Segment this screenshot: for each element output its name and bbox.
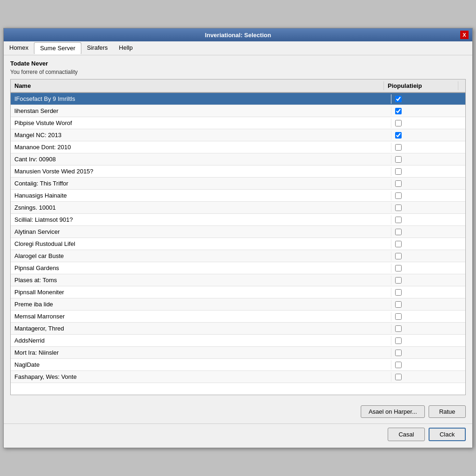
row-checkbox[interactable] <box>395 205 402 211</box>
row-name-cell: Memsal Marronser <box>11 311 391 321</box>
menu-item-sume-server[interactable]: Sume Server <box>34 42 81 54</box>
row-checkbox-cell[interactable] <box>391 276 465 285</box>
table-row[interactable]: AddsNerrid <box>11 335 465 347</box>
table-row[interactable]: Contaiig: This Triffor <box>11 178 465 190</box>
row-checkbox[interactable] <box>395 168 402 175</box>
menu-item-homex[interactable]: Homex <box>4 42 34 54</box>
row-checkbox[interactable] <box>395 325 402 332</box>
row-checkbox-cell[interactable] <box>391 215 465 225</box>
row-checkbox[interactable] <box>395 96 402 102</box>
footer-buttons: Casal Clack <box>4 423 472 448</box>
table-row[interactable]: Pipnsall Moneniter <box>11 286 465 298</box>
row-checkbox[interactable] <box>395 374 402 380</box>
title-bar: Inveriational: Selection X <box>4 28 472 41</box>
menu-item-hellp[interactable]: Hellp <box>113 42 139 54</box>
table-row[interactable]: Plases at: Toms <box>11 274 465 286</box>
table-row[interactable]: Mort Ira: Niinsler <box>11 347 465 359</box>
row-name-cell: Manusien Vorste Wied 2015? <box>11 166 391 176</box>
row-checkbox[interactable] <box>395 120 402 126</box>
row-checkbox[interactable] <box>395 253 402 259</box>
row-name-cell: Cloregi Rustodual Lifel <box>11 239 391 249</box>
table-row[interactable]: Alytinan Servicer <box>11 226 465 238</box>
table-row[interactable]: Zsnings. 10001 <box>11 202 465 214</box>
table-row[interactable]: Fashapary, Wes: Vonte <box>11 371 465 383</box>
table-row[interactable]: Cloregi Rustodual Lifel <box>11 238 465 250</box>
table-row[interactable]: NaglDate <box>11 359 465 371</box>
row-checkbox[interactable] <box>395 108 402 114</box>
row-name-cell: Pibpise Vistute Worof <box>11 118 391 128</box>
row-checkbox-cell[interactable] <box>391 94 465 104</box>
row-name-cell: Preme iba lide <box>11 299 391 309</box>
table-row[interactable]: Pibpise Vistute Worof <box>11 117 465 129</box>
row-name-cell: Mananoe Dont: 2010 <box>11 142 391 152</box>
table-row[interactable]: IFocsefact By 9 Imriltls <box>11 93 465 105</box>
table-row[interactable]: Mantageror, Thred <box>11 323 465 335</box>
row-checkbox-cell[interactable] <box>391 360 465 370</box>
row-name-cell: Pipnsall Moneniter <box>11 287 391 297</box>
ratue-button[interactable]: Ratue <box>429 405 466 418</box>
row-checkbox-cell[interactable] <box>391 336 465 345</box>
row-checkbox-cell[interactable] <box>391 119 465 128</box>
row-checkbox[interactable] <box>395 289 402 296</box>
row-checkbox-cell[interactable] <box>391 312 465 321</box>
row-checkbox[interactable] <box>395 241 402 247</box>
table-body[interactable]: IFocsefact By 9 Imriltlslihenstan Serder… <box>11 93 465 395</box>
table-row[interactable]: Mangel NC: 2013 <box>11 129 465 141</box>
section-title: Todate Never <box>10 60 466 67</box>
row-checkbox[interactable] <box>395 180 402 187</box>
row-name-cell: Mangel NC: 2013 <box>11 130 391 140</box>
clack-button[interactable]: Clack <box>429 428 466 441</box>
row-checkbox-cell[interactable] <box>391 239 465 249</box>
asael-button[interactable]: Asael on Harper... <box>361 405 425 418</box>
row-checkbox-cell[interactable] <box>391 264 465 273</box>
row-checkbox-cell[interactable] <box>391 191 465 200</box>
table-row[interactable]: Preme iba lide <box>11 298 465 311</box>
main-window: Inveriational: Selection X HomexSume Ser… <box>3 28 473 448</box>
table-row[interactable]: Scillial: Liatmsot 901? <box>11 214 465 226</box>
row-checkbox-cell[interactable] <box>391 155 465 164</box>
row-checkbox-cell[interactable] <box>391 131 465 140</box>
row-checkbox[interactable] <box>395 156 402 163</box>
row-checkbox[interactable] <box>395 277 402 284</box>
row-checkbox-cell[interactable] <box>391 179 465 188</box>
window-title: Inveriational: Selection <box>16 32 460 39</box>
row-checkbox-cell[interactable] <box>391 203 465 212</box>
row-checkbox-cell[interactable] <box>391 143 465 152</box>
row-checkbox[interactable] <box>395 217 402 223</box>
table-row[interactable]: Alarogel car Buste <box>11 250 465 262</box>
row-checkbox[interactable] <box>395 301 402 308</box>
row-checkbox-cell[interactable] <box>391 300 465 309</box>
row-name-cell: AddsNerrid <box>11 336 391 345</box>
row-checkbox-cell[interactable] <box>391 348 465 357</box>
table-row[interactable]: Cant Irv: 00908 <box>11 153 465 165</box>
row-name-cell: Scillial: Liatmsot 901? <box>11 215 391 225</box>
row-checkbox-cell[interactable] <box>391 167 465 176</box>
table-row[interactable]: lihenstan Serder <box>11 105 465 117</box>
row-checkbox[interactable] <box>395 192 402 199</box>
table-row[interactable]: Memsal Marronser <box>11 311 465 323</box>
row-checkbox-cell[interactable] <box>391 227 465 237</box>
table-row[interactable]: Hanuasigs Hainaite <box>11 190 465 202</box>
row-checkbox[interactable] <box>395 362 402 368</box>
row-checkbox[interactable] <box>395 313 402 320</box>
row-name-cell: IFocsefact By 9 Imriltls <box>11 94 391 104</box>
row-checkbox-cell[interactable] <box>391 324 465 333</box>
table-row[interactable]: Manusien Vorste Wied 2015? <box>11 165 465 178</box>
row-checkbox[interactable] <box>395 350 402 356</box>
row-checkbox-cell[interactable] <box>391 251 465 261</box>
row-checkbox-cell[interactable] <box>391 288 465 297</box>
row-checkbox-cell[interactable] <box>391 372 465 382</box>
row-checkbox[interactable] <box>395 132 402 139</box>
row-checkbox[interactable] <box>395 229 402 235</box>
row-name-cell: Hanuasigs Hainaite <box>11 191 391 200</box>
close-button[interactable]: X <box>460 31 469 39</box>
row-checkbox[interactable] <box>395 337 402 344</box>
table-row[interactable]: Pipnsal Gardens <box>11 262 465 274</box>
casal-button[interactable]: Casal <box>388 428 425 441</box>
table-row[interactable]: Mananoe Dont: 2010 <box>11 141 465 153</box>
row-checkbox[interactable] <box>395 265 402 271</box>
menu-item-sirafers[interactable]: Sirafers <box>81 42 113 54</box>
row-checkbox[interactable] <box>395 144 402 151</box>
table-header: Name Piopulatieip <box>11 79 465 93</box>
row-checkbox-cell[interactable] <box>391 106 465 116</box>
